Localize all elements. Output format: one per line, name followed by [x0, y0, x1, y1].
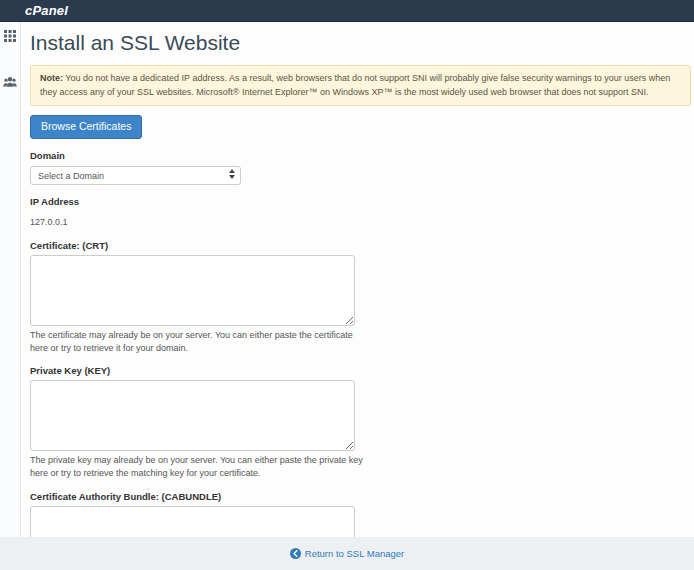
return-to-ssl-manager-link[interactable]: Return to SSL Manager: [290, 548, 404, 559]
private-key-group: Private Key (KEY) The private key may al…: [30, 365, 692, 479]
private-key-label: Private Key (KEY): [30, 365, 692, 376]
page-title: Install an SSL Website: [30, 31, 692, 55]
sni-warning-note: Note: You do not have a dedicated IP add…: [30, 65, 691, 106]
ip-address-group: IP Address 127.0.0.1: [30, 196, 692, 229]
left-sidebar: [0, 22, 21, 537]
ca-bundle-group: Certificate Authority Bundle: (CABUNDLE)…: [30, 491, 692, 537]
page-footer: Return to SSL Manager: [0, 537, 694, 570]
domain-select[interactable]: Select a Domain: [30, 166, 241, 185]
ip-address-label: IP Address: [30, 196, 692, 207]
certificate-label: Certificate: (CRT): [30, 240, 692, 251]
certificate-textarea[interactable]: [30, 255, 355, 326]
apps-grid-icon[interactable]: [3, 29, 17, 43]
return-arrow-circle-icon: [290, 548, 301, 559]
note-text: You do not have a dedicated IP address. …: [40, 73, 670, 97]
return-link-label: Return to SSL Manager: [305, 548, 404, 559]
top-navbar: cPanel: [0, 0, 694, 22]
certificate-help-text: The certificate may already be on your s…: [30, 329, 364, 354]
users-icon[interactable]: [3, 75, 17, 89]
certificate-group: Certificate: (CRT) The certificate may a…: [30, 240, 692, 354]
domain-group: Domain Select a Domain: [30, 150, 692, 186]
ca-bundle-label: Certificate Authority Bundle: (CABUNDLE): [30, 491, 692, 502]
cpanel-logo[interactable]: cPanel: [25, 3, 68, 18]
ip-address-value: 127.0.0.1: [30, 217, 68, 227]
main-layout: Install an SSL Website Note: You do not …: [0, 22, 694, 537]
ca-bundle-textarea[interactable]: [30, 506, 355, 537]
note-label: Note:: [40, 73, 63, 83]
content-area: Install an SSL Website Note: You do not …: [21, 22, 694, 537]
private-key-textarea[interactable]: [30, 380, 355, 451]
domain-label: Domain: [30, 150, 692, 161]
browse-certificates-button[interactable]: Browse Certificates: [30, 115, 142, 139]
private-key-help-text: The private key may already be on your s…: [30, 454, 364, 479]
